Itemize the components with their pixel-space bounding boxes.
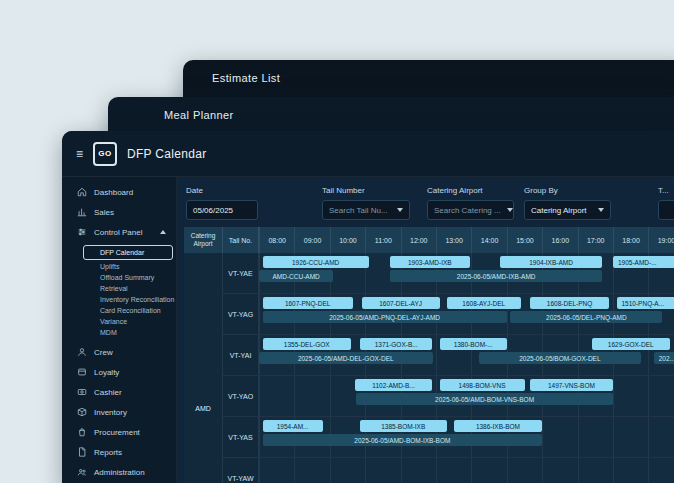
gantt-row-vt-yas: VT-YAS1954-AM...1385-BOM-IXB1386-IXB-BOM… xyxy=(223,417,674,458)
tail-number-filter: Tail Number Search Tail Nu... xyxy=(322,186,410,220)
route-bar[interactable]: 2025-06-05/AMD-BOM-VNS-BOM xyxy=(356,393,613,405)
gantt-rows: VT-YAE1926-CCU-AMD1903-AMD-IXB1904-IXB-A… xyxy=(223,253,674,483)
route-bar[interactable]: 2025-06-05/AMD-IXB-AMD xyxy=(390,270,602,282)
flight-bar[interactable]: 1498-BOM-VNS xyxy=(440,379,525,391)
group-by-label: Group By xyxy=(524,186,611,195)
hour-header: 09:00 xyxy=(294,227,329,253)
group-by-select[interactable]: Catering Airport xyxy=(524,200,611,220)
route-bar[interactable]: 2025-06-05/BOM-GOX-DEL xyxy=(479,352,642,364)
route-bar[interactable]: 2025-06-05/AMD-DEL-GOX-DEL xyxy=(259,352,433,364)
flight-bar[interactable]: 1385-BOM-IXB xyxy=(360,420,447,432)
app-logo: GO xyxy=(93,142,117,166)
flight-bar[interactable]: 1510-PNQ-A... xyxy=(617,297,674,309)
clipped-filter: T... xyxy=(658,186,674,220)
flight-bar[interactable]: 1904-IXB-AMD xyxy=(500,256,603,268)
flight-bar[interactable]: 1102-AMD-B... xyxy=(355,379,433,391)
clipped-filter-label: T... xyxy=(658,186,674,195)
badge-icon xyxy=(77,367,87,377)
sidebar-item-label: Loyalty xyxy=(94,368,119,377)
sidebar-item-inventory[interactable]: Inventory xyxy=(62,402,176,422)
sidebar-item-procurement[interactable]: Procurement xyxy=(62,422,176,442)
sidebar-subitem-dfp-calendar[interactable]: DFP Calendar xyxy=(83,245,173,260)
tail-number: VT-YAG xyxy=(223,294,259,334)
sidebar-item-loyalty[interactable]: Loyalty xyxy=(62,362,176,382)
clipped-filter-select[interactable] xyxy=(658,200,674,220)
catering-airport-select[interactable]: Search Catering ... xyxy=(427,200,514,220)
sidebar-item-control-panel[interactable]: Control Panel xyxy=(62,222,176,242)
main-panel: Date 05/06/2025 Tail Number Search Tail … xyxy=(177,177,674,483)
hour-header: 10:00 xyxy=(330,227,365,253)
flight-lane: 1355-DEL-GOX1371-GOX-B...1380-BOM-...162… xyxy=(259,335,674,375)
tail-number-select[interactable]: Search Tail Nu... xyxy=(322,200,410,220)
sidebar-item-dashboard[interactable]: Dashboard xyxy=(62,182,176,202)
file-icon xyxy=(77,447,87,457)
sliders-icon xyxy=(77,227,87,237)
gantt-row-vt-yao: VT-YAO1102-AMD-B...1498-BOM-VNS1497-VNS-… xyxy=(223,376,674,417)
tail-number: VT-YAS xyxy=(223,417,259,457)
date-value: 05/06/2025 xyxy=(193,206,233,215)
chevron-down-icon xyxy=(397,208,403,212)
chevron-down-icon xyxy=(598,208,604,212)
hour-header: 12:00 xyxy=(401,227,436,253)
flight-bar[interactable]: 1954-AM... xyxy=(263,420,323,432)
sidebar-item-sales[interactable]: Sales xyxy=(62,202,176,222)
group-by-filter: Group By Catering Airport xyxy=(524,186,611,220)
hour-header: 14:00 xyxy=(471,227,506,253)
box-icon xyxy=(77,407,87,417)
flight-bar[interactable]: 1607-DEL-AYJ xyxy=(362,297,440,309)
flight-bar[interactable]: 1905-AMD-... xyxy=(613,256,674,268)
cash-icon xyxy=(77,387,87,397)
hour-header: 15:00 xyxy=(507,227,542,253)
control-panel-submenu: DFP CalendarUpliftsOffload SummaryRetrie… xyxy=(62,242,176,342)
sidebar-item-administration[interactable]: Administration xyxy=(62,462,176,482)
gantt-row-vt-yag: VT-YAG1607-PNQ-DEL1607-DEL-AYJ1608-AYJ-D… xyxy=(223,294,674,335)
sidebar-subitem-retrieval[interactable]: Retrieval xyxy=(62,283,176,294)
flight-bar[interactable]: 1926-CCU-AMD xyxy=(263,256,369,268)
flight-bar[interactable]: 1380-BOM-... xyxy=(440,338,507,350)
flight-bar[interactable]: 1608-AYJ-DEL xyxy=(447,297,521,309)
sidebar-item-reports[interactable]: Reports xyxy=(62,442,176,462)
hour-header: 19:00 xyxy=(648,227,674,253)
route-bar[interactable]: 2025-06-05/DEL-PNQ-AMD xyxy=(510,311,662,323)
route-bar[interactable]: 202... xyxy=(654,352,674,364)
tail-number-placeholder: Search Tail Nu... xyxy=(329,206,388,215)
sidebar-subitem-inventory-reconciliation[interactable]: Inventory Reconciliation xyxy=(62,294,176,305)
sidebar-subitem-offload-summary[interactable]: Offload Summary xyxy=(62,272,176,283)
flight-bar[interactable]: 1386-IXB-BOM xyxy=(454,420,543,432)
gantt-row-vt-yai: VT-YAI1355-DEL-GOX1371-GOX-B...1380-BOM-… xyxy=(223,335,674,376)
flight-lane: 1926-CCU-AMD1903-AMD-IXB1904-IXB-AMD1905… xyxy=(259,253,674,293)
flight-bar[interactable]: 1355-DEL-GOX xyxy=(263,338,352,350)
flight-bar[interactable]: 1608-DEL-PNQ xyxy=(530,297,610,309)
person-icon xyxy=(77,347,87,357)
sidebar-item-cashier[interactable]: Cashier xyxy=(62,382,176,402)
menu-icon[interactable]: ≡ xyxy=(76,147,83,161)
flight-bar[interactable]: 1371-GOX-B... xyxy=(360,338,433,350)
tail-number-label: Tail Number xyxy=(322,186,410,195)
sidebar-subitem-card-reconciliation[interactable]: Card Reconciliation xyxy=(62,305,176,316)
sidebar-item-crew[interactable]: Crew xyxy=(62,342,176,362)
bag-icon xyxy=(77,427,87,437)
flight-bar[interactable]: 1903-AMD-IXB xyxy=(390,256,470,268)
sidebar-item-label: Administration xyxy=(94,468,145,477)
flight-bar[interactable]: 1607-PNQ-DEL xyxy=(263,297,353,309)
tail-number: VT-YAI xyxy=(223,335,259,375)
sidebar-subitem-uplifts[interactable]: Uplifts xyxy=(62,261,176,272)
home-icon xyxy=(77,187,87,197)
flight-bar[interactable]: 1497-VNS-BOM xyxy=(530,379,613,391)
route-bar[interactable]: 2025-06-05/AMD-BOM-IXB-BOM xyxy=(263,434,543,446)
route-bar[interactable]: AMD-CCU-AMD xyxy=(259,270,333,282)
tail-column-header: Tail No. xyxy=(223,227,259,253)
hour-header: 16:00 xyxy=(542,227,577,253)
flight-lane: 1607-PNQ-DEL1607-DEL-AYJ1608-AYJ-DEL1608… xyxy=(259,294,674,334)
sidebar-item-label: Sales xyxy=(94,208,114,217)
tail-number: VT-YAW xyxy=(223,458,259,483)
date-input[interactable]: 05/06/2025 xyxy=(186,200,258,220)
gantt-row-vt-yaw: VT-YAW xyxy=(223,458,674,483)
gantt-calendar: Catering Airport Tail No. 08:0009:0010:0… xyxy=(184,227,674,483)
route-bar[interactable]: 2025-06-05/AMD-PNQ-DEL-AYJ-AMD xyxy=(263,311,507,323)
hour-header: 18:00 xyxy=(613,227,648,253)
sidebar-subitem-mdm[interactable]: MDM xyxy=(62,327,176,338)
sidebar-subitem-variance[interactable]: Variance xyxy=(62,316,176,327)
tail-number: VT-YAO xyxy=(223,376,259,416)
flight-bar[interactable]: 1629-GOX-DEL xyxy=(592,338,670,350)
